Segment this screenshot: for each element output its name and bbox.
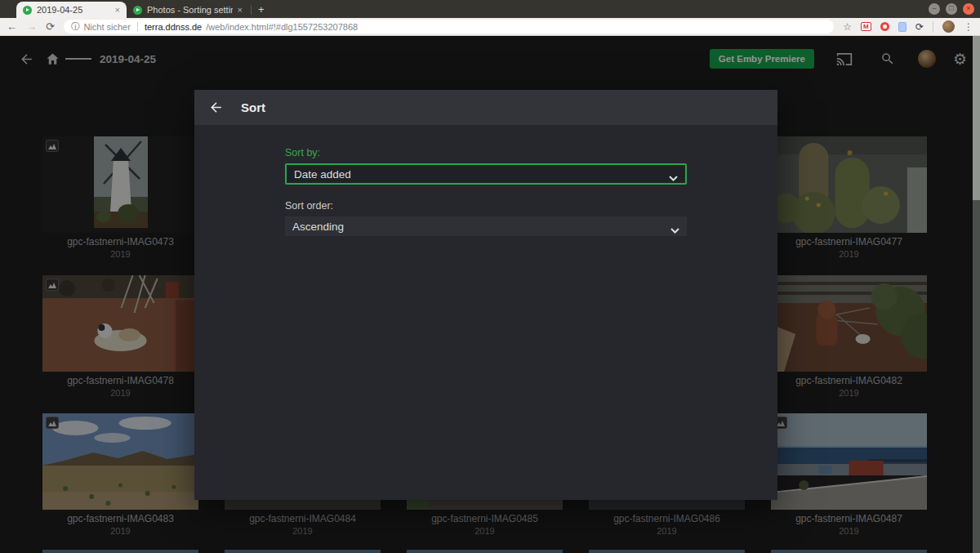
chevron-down-icon bbox=[669, 172, 678, 184]
browser-toolbar: ← → ⟳ ⓘ Nicht sicher terra.ddnss.de/web/… bbox=[0, 18, 980, 36]
sort-by-value: Date added bbox=[294, 168, 351, 181]
chevron-down-icon bbox=[670, 224, 679, 236]
forward-icon[interactable]: → bbox=[26, 21, 37, 32]
info-icon[interactable]: ⓘ bbox=[71, 21, 80, 33]
window-controls: – □ × bbox=[929, 3, 974, 15]
browser-chrome: 2019-04-25 × Photos - Sorting setting i … bbox=[0, 0, 980, 36]
maximize-button[interactable]: □ bbox=[946, 3, 957, 15]
tab-title: Photos - Sorting setting i bbox=[147, 5, 233, 15]
dialog-title: Sort bbox=[241, 100, 265, 114]
address-bar[interactable]: ⓘ Nicht sicher terra.ddnss.de/web/index.… bbox=[64, 20, 834, 33]
url-path: /web/index.html#!#dlg1557253207868 bbox=[206, 22, 358, 32]
tab-separator bbox=[251, 5, 252, 15]
tab-photos-active[interactable]: 2019-04-25 × bbox=[16, 2, 127, 18]
security-label: Nicht sicher bbox=[83, 22, 130, 32]
scrollbar-thumb[interactable] bbox=[973, 36, 980, 200]
emby-favicon-icon bbox=[23, 6, 32, 15]
toolbar-separator bbox=[933, 21, 933, 33]
browser-menu-icon[interactable]: ⋮ bbox=[964, 21, 973, 33]
gmail-extension-icon[interactable]: M bbox=[861, 22, 871, 31]
sort-by-select[interactable]: Date added bbox=[285, 163, 687, 185]
back-icon[interactable]: ← bbox=[7, 21, 17, 32]
sort-dialog: Sort Sort by: Date added Sort order: Asc… bbox=[194, 90, 777, 500]
document-extension-icon[interactable] bbox=[898, 22, 906, 32]
browser-profile-avatar[interactable] bbox=[942, 20, 955, 33]
scrollbar-track[interactable] bbox=[973, 36, 980, 553]
tab-title: 2019-04-25 bbox=[37, 5, 110, 15]
minimize-button[interactable]: – bbox=[929, 3, 940, 15]
address-separator bbox=[137, 22, 138, 31]
dialog-back-icon[interactable] bbox=[208, 100, 224, 115]
emby-app: 2019-04-25 Get Emby Premiere ⚙ bbox=[0, 36, 980, 553]
red-circle-extension-icon[interactable] bbox=[880, 22, 889, 31]
tab-close-icon[interactable]: × bbox=[238, 5, 243, 15]
new-tab-button[interactable]: + bbox=[255, 3, 271, 18]
bookmark-star-icon[interactable]: ☆ bbox=[843, 22, 852, 32]
sort-dialog-body: Sort by: Date added Sort order: Ascendin… bbox=[194, 125, 777, 236]
tab-photos-sorting[interactable]: Photos - Sorting setting i × bbox=[127, 2, 249, 18]
tab-strip: 2019-04-25 × Photos - Sorting setting i … bbox=[0, 0, 980, 18]
sort-order-value: Ascending bbox=[292, 221, 344, 233]
close-window-button[interactable]: × bbox=[963, 3, 974, 15]
sort-order-select[interactable]: Ascending bbox=[285, 216, 687, 236]
sync-extension-icon[interactable]: ⟳ bbox=[915, 22, 924, 32]
reload-icon[interactable]: ⟳ bbox=[46, 21, 55, 32]
url-host: terra.ddnss.de bbox=[145, 22, 202, 32]
emby-favicon-icon bbox=[133, 6, 142, 15]
sort-by-label: Sort by: bbox=[285, 147, 687, 158]
sort-dialog-header: Sort bbox=[194, 90, 777, 125]
sort-order-label: Sort order: bbox=[285, 200, 687, 212]
tab-close-icon[interactable]: × bbox=[115, 5, 120, 15]
